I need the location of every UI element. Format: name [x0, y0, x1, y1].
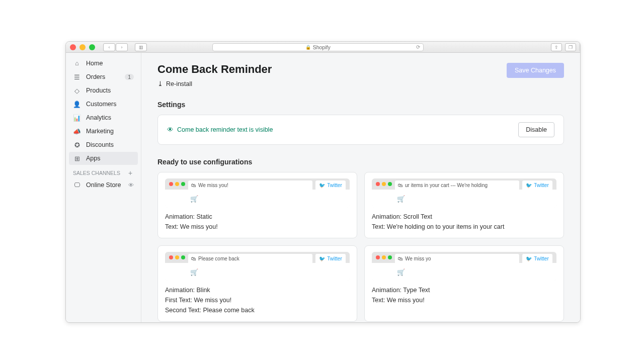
- minimize-window-icon[interactable]: [79, 44, 86, 50]
- sidebar-item-analytics[interactable]: 📊 Analytics: [69, 111, 138, 124]
- config-card[interactable]: 🛍ur items in your cart --- We're holding…: [364, 172, 564, 238]
- marketing-icon: 📣: [73, 127, 81, 135]
- twitter-icon: 🐦: [526, 256, 532, 261]
- tabs-icon[interactable]: ❐: [565, 43, 576, 51]
- sidebar-item-online-store[interactable]: 🖵 Online Store 👁: [69, 178, 138, 192]
- settings-heading: Settings: [157, 101, 564, 109]
- configs-grid: 🛍We miss you! 🐦Twitter 🛒 Animation: Stat…: [157, 172, 564, 322]
- sidebar-item-products[interactable]: ◇ Products: [69, 84, 138, 97]
- cart-icon: 🛒: [190, 268, 198, 276]
- config-line: Text: We miss you!: [165, 222, 350, 232]
- preview-text: We miss you!: [198, 183, 228, 188]
- page-header: Come Back Reminder ⤓ Re-install Save Cha…: [157, 63, 564, 87]
- sidebar-label: Discounts: [86, 141, 114, 148]
- reinstall-link[interactable]: ⤓ Re-install: [157, 80, 272, 87]
- config-line: First Text: We miss you!: [165, 295, 350, 305]
- store-icon: 🖵: [73, 181, 81, 189]
- customers-icon: 👤: [73, 100, 81, 108]
- lock-icon: 🔒: [305, 45, 311, 50]
- disable-button[interactable]: Disable: [518, 122, 554, 137]
- sidebar-item-marketing[interactable]: 📣 Marketing: [69, 125, 138, 138]
- twitter-tab: 🐦Twitter: [522, 254, 552, 263]
- twitter-tab: 🐦Twitter: [522, 180, 552, 190]
- sidebar: ⌂ Home ☰ Orders 1 ◇ Products 👤 Customers…: [66, 53, 141, 322]
- config-line: Animation: Blink: [165, 285, 350, 295]
- preview: 🛍ur items in your cart --- We're holding…: [372, 178, 556, 208]
- preview-text: ur items in your cart --- We're holding: [405, 183, 488, 188]
- sidebar-toggle-icon[interactable]: ▥: [135, 43, 147, 51]
- titlebar: ‹ › ▥ 🔒 Shopify ⟳ ⇧ ❐ +: [66, 42, 580, 53]
- new-tab-button[interactable]: +: [579, 43, 581, 51]
- url-bar[interactable]: 🔒 Shopify ⟳: [212, 43, 424, 51]
- home-icon: ⌂: [73, 59, 81, 67]
- twitter-icon: 🐦: [319, 256, 325, 261]
- cart-icon: 🛒: [190, 195, 198, 203]
- main-content: Come Back Reminder ⤓ Re-install Save Cha…: [141, 53, 580, 322]
- config-card[interactable]: 🛍Please come back 🐦Twitter 🛒 Animation: …: [157, 245, 357, 322]
- app-body: ⌂ Home ☰ Orders 1 ◇ Products 👤 Customers…: [66, 53, 580, 322]
- sidebar-label: Products: [86, 87, 111, 94]
- url-text: Shopify: [313, 44, 331, 50]
- sidebar-item-orders[interactable]: ☰ Orders 1: [69, 70, 138, 83]
- orders-badge: 1: [125, 74, 134, 80]
- config-line: Text: We're holding on to your items in …: [372, 222, 556, 232]
- save-changes-button[interactable]: Save Changes: [507, 63, 564, 78]
- twitter-icon: 🐦: [319, 183, 325, 188]
- shopify-icon: 🛍: [398, 183, 403, 188]
- status-row: 👁 Come back reminder text is visible: [167, 126, 273, 133]
- sidebar-label: Apps: [86, 155, 101, 162]
- sales-channels-header: SALES CHANNELS +: [69, 165, 138, 178]
- config-card[interactable]: 🛍We miss you! 🐦Twitter 🛒 Animation: Stat…: [157, 172, 357, 238]
- preview-text: We miss yo: [405, 256, 431, 261]
- config-card[interactable]: 🛍We miss yo 🐦Twitter 🛒 Animation: Type T…: [364, 245, 564, 322]
- configs-heading: Ready to use configurations: [157, 158, 564, 166]
- reinstall-text: Re-install: [166, 80, 192, 87]
- twitter-tab: 🐦Twitter: [315, 180, 346, 190]
- shopify-icon: 🛍: [191, 183, 196, 188]
- preview: 🛍We miss yo 🐦Twitter 🛒: [372, 252, 556, 281]
- cart-icon: 🛒: [397, 268, 405, 276]
- config-line: Animation: Scroll Text: [372, 212, 556, 222]
- analytics-icon: 📊: [73, 114, 81, 122]
- config-line: Text: We miss you!: [372, 295, 556, 305]
- sidebar-label: Analytics: [86, 114, 111, 121]
- back-button[interactable]: ‹: [103, 43, 115, 51]
- orders-icon: ☰: [73, 73, 81, 81]
- preview: 🛍Please come back 🐦Twitter 🛒: [165, 252, 350, 281]
- browser-window: ‹ › ▥ 🔒 Shopify ⟳ ⇧ ❐ + ⌂ Home ☰ Orders …: [65, 41, 581, 323]
- discounts-icon: ✪: [73, 141, 81, 149]
- visible-icon: 👁: [167, 126, 174, 133]
- preview-text: Please come back: [198, 256, 239, 261]
- cart-icon: 🛒: [397, 195, 405, 203]
- config-line: Second Text: Please come back: [165, 305, 350, 315]
- right-buttons: ⇧ ❐: [551, 43, 576, 51]
- sidebar-item-discounts[interactable]: ✪ Discounts: [69, 138, 138, 151]
- sidebar-item-customers[interactable]: 👤 Customers: [69, 98, 138, 111]
- reload-icon[interactable]: ⟳: [416, 44, 420, 50]
- sidebar-item-apps[interactable]: ⊞ Apps: [69, 152, 138, 165]
- settings-card: 👁 Come back reminder text is visible Dis…: [157, 115, 564, 145]
- sidebar-label: Online Store: [86, 182, 121, 189]
- forward-button[interactable]: ›: [116, 43, 128, 51]
- sidebar-label: Orders: [86, 73, 105, 80]
- shopify-icon: 🛍: [398, 256, 403, 261]
- window-controls: [70, 44, 95, 50]
- config-line: Animation: Type Text: [372, 285, 556, 295]
- config-line: Animation: Static: [165, 212, 350, 222]
- sidebar-label: Marketing: [86, 128, 114, 135]
- nav-buttons: ‹ ›: [103, 43, 128, 51]
- share-icon[interactable]: ⇧: [551, 43, 562, 51]
- add-channel-icon[interactable]: +: [127, 169, 134, 176]
- view-store-icon[interactable]: 👁: [128, 182, 134, 188]
- sidebar-label: Home: [86, 60, 103, 67]
- maximize-window-icon[interactable]: [89, 44, 95, 50]
- download-icon: ⤓: [157, 80, 163, 87]
- status-text: Come back reminder text is visible: [177, 126, 273, 133]
- channels-header-text: SALES CHANNELS: [73, 170, 120, 176]
- close-window-icon[interactable]: [70, 44, 76, 50]
- sidebar-label: Customers: [86, 101, 116, 108]
- page-title: Come Back Reminder: [157, 63, 272, 76]
- twitter-icon: 🐦: [526, 183, 532, 188]
- apps-icon: ⊞: [73, 154, 81, 162]
- sidebar-item-home[interactable]: ⌂ Home: [69, 57, 138, 70]
